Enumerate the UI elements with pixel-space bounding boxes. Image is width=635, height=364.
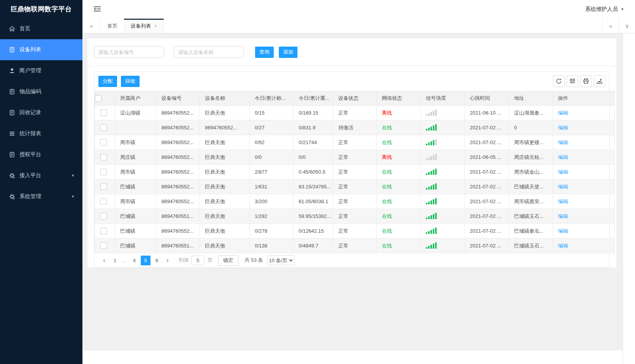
cell-device-no: 8694760552... [156,165,200,179]
cell-merchant: 巴城镇 [115,239,156,253]
add-button[interactable]: 添加 [279,47,297,58]
query-button[interactable]: 查询 [255,47,274,58]
cell-device-status: 正常 [333,150,377,165]
network-status-badge: 在线 [382,125,392,131]
column-header: 操作 [553,91,615,106]
cell-network-status: 离线 [377,106,421,120]
page-button-5[interactable]: 5 [141,256,150,265]
assign-button[interactable]: 分配 [98,76,117,87]
device-name-input[interactable] [174,46,244,58]
export-button[interactable] [594,75,605,87]
sidebar-menu: 首页设备列表商户管理物品编码回收记录统计报表授权平台接入平台▼系统管理▼ [0,18,82,207]
tab-home[interactable]: 首页 [101,19,124,33]
table-row: 淀山湖镇8694760552...巨鼎天衡0/150/169.15正常离线202… [95,106,615,120]
row-checkbox[interactable] [100,110,107,116]
page-ellipsis: ... [122,258,127,263]
sidebar-item-item-code[interactable]: 物品编码 [0,81,82,102]
cell-address: 巴城镇泰泓... [509,224,553,239]
cell-address: 巴城镇玉石... [509,209,553,224]
row-checkbox[interactable] [100,183,107,190]
edit-link[interactable]: 编辑 [558,199,568,204]
confirm-button[interactable]: 确定 [218,255,238,266]
row-checkbox[interactable] [100,154,107,160]
sidebar-item-home[interactable]: 首页 [0,18,82,39]
cell-heartbeat: 2021-07-02 ... [465,194,509,209]
doc-icon [9,152,15,158]
sidebar-item-access-platform[interactable]: 接入平台▼ [0,165,82,186]
select-all-checkbox[interactable] [95,95,101,102]
cell-network-status: 在线 [377,179,421,194]
row-checkbox[interactable] [100,213,107,219]
sidebar-item-label: 物品编码 [19,88,41,95]
page-size-select[interactable]: 10 条/页 [267,255,294,265]
edit-link[interactable]: 编辑 [558,125,568,131]
tabs-forward-button[interactable]: » [602,19,619,33]
row-checkbox[interactable] [100,169,107,175]
column-header: 地址 [509,91,553,106]
collapse-sidebar-button[interactable] [94,6,101,13]
edit-link[interactable]: 编辑 [558,243,568,249]
page-button-4[interactable]: 4 [129,256,139,265]
table-row: 周市镇8694760552...巨鼎天衡3/20061.05/6038.1正常在… [95,194,615,209]
row-checkbox[interactable] [100,228,107,234]
sidebar-item-merchant-management[interactable]: 商户管理 [0,60,82,81]
page-button-1[interactable]: 1 [110,256,120,265]
edit-link[interactable]: 编辑 [558,228,568,234]
edit-link[interactable]: 编辑 [558,213,568,219]
tab-device-list[interactable]: 设备列表× [124,19,164,33]
network-status-badge: 在线 [382,213,392,219]
cell-device-name: 巨鼎天衡 [200,150,250,165]
row-checkbox[interactable] [100,242,107,249]
total-count: 共 53 条 [245,257,263,264]
edit-link[interactable]: 编辑 [558,139,568,145]
edit-link[interactable]: 编辑 [558,110,568,116]
device-no-input[interactable] [94,46,164,58]
edit-link[interactable]: 编辑 [558,184,568,190]
app-title: 巨鼎物联网数字平台 [0,0,82,18]
column-header: 设备编号 [156,91,200,106]
table-panel: 分配 回收 所属商户设备编号设备名称今日/累计称...今日/累计重...设备状态… [94,71,610,268]
cell-heartbeat: 2021-07-02 ... [465,120,509,135]
cell-network-status: 在线 [377,194,421,209]
recycle-button[interactable]: 回收 [121,76,140,87]
signal-strength-indicator [426,227,437,234]
edit-link[interactable]: 编辑 [558,154,568,160]
sidebar-item-authorization-platform[interactable]: 授权平台 [0,144,82,165]
tabs-menu-button[interactable]: ∨ [619,19,635,33]
goto-page-input[interactable] [191,256,205,265]
next-page-button[interactable]: › [163,257,173,264]
signal-strength-indicator [426,198,437,204]
cell-signal [421,106,465,120]
columns-button[interactable] [567,75,578,87]
row-checkbox[interactable] [100,139,107,146]
user-menu[interactable]: 系统维护人员 ▼ [585,6,629,13]
print-button[interactable] [580,75,592,87]
cell-address: 巴城镇天使... [509,179,553,194]
row-checkbox[interactable] [100,124,107,131]
tabs-back-button[interactable]: « [82,19,101,33]
search-bar: 查询 添加 [87,38,616,66]
horizontal-scrollbar[interactable] [82,350,623,364]
sidebar-item-statistics-report[interactable]: 统计报表 [0,123,82,144]
cell-signal [421,224,465,239]
cell-today-weight: 0/21744 [294,135,333,150]
refresh-icon [556,78,562,84]
cell-device-no: 8694760551... [156,239,200,253]
edit-link[interactable]: 编辑 [558,169,568,175]
row-checkbox[interactable] [100,198,107,205]
table-tool-icons [553,75,605,87]
refresh-button[interactable] [553,75,565,87]
cell-today-count: 0/0 [250,150,294,165]
page-button-6[interactable]: 6 [152,256,162,265]
sidebar-item-device-list[interactable]: 设备列表 [0,39,82,60]
cell-address: 巴城镇玉石... [509,239,553,253]
sidebar-item-recycle-records[interactable]: 回收记录 [0,102,82,123]
prev-page-button[interactable]: ‹ [99,257,109,264]
vertical-scrollbar[interactable] [623,33,635,364]
sidebar-item-system-management[interactable]: 系统管理▼ [0,186,82,207]
chevron-down-icon: ▼ [621,7,624,11]
doc-icon [9,89,15,95]
cell-device-status: 正常 [333,165,377,179]
report-icon [9,131,15,137]
close-icon[interactable]: × [154,23,157,29]
